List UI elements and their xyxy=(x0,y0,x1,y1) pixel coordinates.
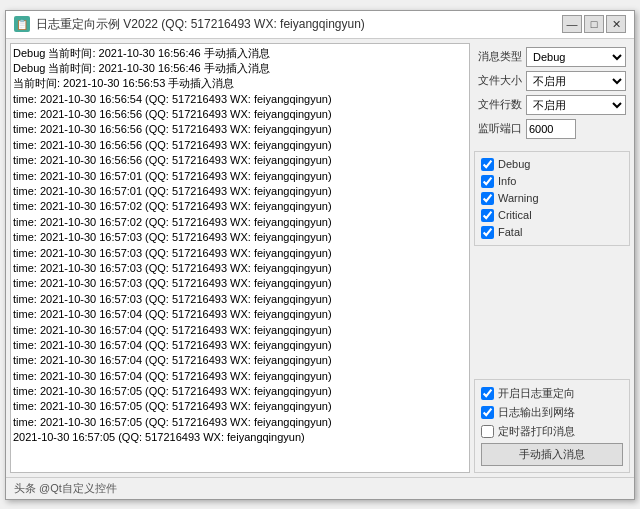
critical-checkbox-label: Critical xyxy=(498,209,532,221)
message-type-select[interactable]: Debug Info Warning Critical Fatal xyxy=(526,47,626,67)
title-bar-left: 📋 日志重定向示例 V2022 (QQ: 517216493 WX: feiya… xyxy=(14,16,365,33)
log-line: time: 2021-10-30 16:56:56 (QQ: 517216493… xyxy=(13,122,467,137)
warning-checkbox-label: Warning xyxy=(498,192,539,204)
footer-text: 头条 @Qt自定义控件 xyxy=(14,481,117,496)
file-lines-row: 文件行数 不启用 xyxy=(478,95,626,115)
file-size-select[interactable]: 不启用 xyxy=(526,71,626,91)
log-line: time: 2021-10-30 16:57:04 (QQ: 517216493… xyxy=(13,307,467,322)
info-checkbox[interactable] xyxy=(481,175,494,188)
warning-checkbox-row: Warning xyxy=(481,192,623,205)
redirect-label: 开启日志重定向 xyxy=(498,386,575,401)
monitor-port-label: 监听端口 xyxy=(478,121,522,136)
log-line: time: 2021-10-30 16:56:56 (QQ: 517216493… xyxy=(13,138,467,153)
log-line: 当前时间: 2021-10-30 16:56:53 手动插入消息 xyxy=(13,76,467,91)
app-icon: 📋 xyxy=(14,16,30,32)
log-line: time: 2021-10-30 16:56:56 (QQ: 517216493… xyxy=(13,107,467,122)
critical-checkbox-row: Critical xyxy=(481,209,623,222)
footer-bar: 头条 @Qt自定义控件 xyxy=(6,477,634,499)
log-line: time: 2021-10-30 16:57:01 (QQ: 517216493… xyxy=(13,169,467,184)
monitor-port-input[interactable] xyxy=(526,119,576,139)
network-checkbox[interactable] xyxy=(481,406,494,419)
log-line: time: 2021-10-30 16:57:01 (QQ: 517216493… xyxy=(13,184,467,199)
message-type-row: 消息类型 Debug Info Warning Critical Fatal xyxy=(478,47,626,67)
critical-checkbox[interactable] xyxy=(481,209,494,222)
log-level-checkboxes: Debug Info Warning Critical Fatal xyxy=(474,151,630,246)
monitor-port-row: 监听端口 xyxy=(478,119,626,139)
timer-label: 定时器打印消息 xyxy=(498,424,575,439)
debug-checkbox[interactable] xyxy=(481,158,494,171)
manual-insert-button[interactable]: 手动插入消息 xyxy=(481,443,623,466)
window-title: 日志重定向示例 V2022 (QQ: 517216493 WX: feiyang… xyxy=(36,16,365,33)
fatal-checkbox[interactable] xyxy=(481,226,494,239)
log-line: time: 2021-10-30 16:56:56 (QQ: 517216493… xyxy=(13,153,467,168)
log-line: Debug 当前时间: 2021-10-30 16:56:46 手动插入消息 xyxy=(13,61,467,76)
log-line: time: 2021-10-30 16:57:02 (QQ: 517216493… xyxy=(13,215,467,230)
file-lines-label: 文件行数 xyxy=(478,97,522,112)
close-button[interactable]: ✕ xyxy=(606,15,626,33)
config-section: 消息类型 Debug Info Warning Critical Fatal 文… xyxy=(474,43,630,147)
log-line: 2021-10-30 16:57:05 (QQ: 517216493 WX: f… xyxy=(13,430,467,445)
log-line: time: 2021-10-30 16:57:05 (QQ: 517216493… xyxy=(13,384,467,399)
fatal-checkbox-label: Fatal xyxy=(498,226,522,238)
debug-checkbox-label: Debug xyxy=(498,158,530,170)
log-line: time: 2021-10-30 16:57:03 (QQ: 517216493… xyxy=(13,230,467,245)
fatal-checkbox-row: Fatal xyxy=(481,226,623,239)
options-section: 开启日志重定向 日志输出到网络 定时器打印消息 手动插入消息 xyxy=(474,379,630,473)
content-area: Debug 当前时间: 2021-10-30 16:56:46 手动插入消息De… xyxy=(6,39,634,477)
message-type-label: 消息类型 xyxy=(478,49,522,64)
warning-checkbox[interactable] xyxy=(481,192,494,205)
network-label: 日志输出到网络 xyxy=(498,405,575,420)
log-line: time: 2021-10-30 16:57:05 (QQ: 517216493… xyxy=(13,399,467,414)
info-checkbox-label: Info xyxy=(498,175,516,187)
log-line: time: 2021-10-30 16:57:05 (QQ: 517216493… xyxy=(13,415,467,430)
log-panel[interactable]: Debug 当前时间: 2021-10-30 16:56:46 手动插入消息De… xyxy=(10,43,470,473)
log-line: time: 2021-10-30 16:57:02 (QQ: 517216493… xyxy=(13,199,467,214)
redirect-checkbox-row: 开启日志重定向 xyxy=(481,386,623,401)
maximize-button[interactable]: □ xyxy=(584,15,604,33)
timer-checkbox[interactable] xyxy=(481,425,494,438)
title-buttons: — □ ✕ xyxy=(562,15,626,33)
log-line: time: 2021-10-30 16:57:04 (QQ: 517216493… xyxy=(13,353,467,368)
right-panel: 消息类型 Debug Info Warning Critical Fatal 文… xyxy=(474,39,634,477)
log-line: time: 2021-10-30 16:57:03 (QQ: 517216493… xyxy=(13,276,467,291)
main-window: 📋 日志重定向示例 V2022 (QQ: 517216493 WX: feiya… xyxy=(5,10,635,500)
network-checkbox-row: 日志输出到网络 xyxy=(481,405,623,420)
debug-checkbox-row: Debug xyxy=(481,158,623,171)
log-line: Debug 当前时间: 2021-10-30 16:56:46 手动插入消息 xyxy=(13,46,467,61)
log-line: time: 2021-10-30 16:57:03 (QQ: 517216493… xyxy=(13,261,467,276)
file-lines-select[interactable]: 不启用 xyxy=(526,95,626,115)
log-line: time: 2021-10-30 16:57:04 (QQ: 517216493… xyxy=(13,338,467,353)
log-line: time: 2021-10-30 16:57:04 (QQ: 517216493… xyxy=(13,369,467,384)
file-size-label: 文件大小 xyxy=(478,73,522,88)
timer-checkbox-row: 定时器打印消息 xyxy=(481,424,623,439)
minimize-button[interactable]: — xyxy=(562,15,582,33)
log-line: time: 2021-10-30 16:57:03 (QQ: 517216493… xyxy=(13,246,467,261)
log-line: time: 2021-10-30 16:57:03 (QQ: 517216493… xyxy=(13,292,467,307)
log-line: time: 2021-10-30 16:56:54 (QQ: 517216493… xyxy=(13,92,467,107)
title-bar: 📋 日志重定向示例 V2022 (QQ: 517216493 WX: feiya… xyxy=(6,11,634,39)
file-size-row: 文件大小 不启用 xyxy=(478,71,626,91)
redirect-checkbox[interactable] xyxy=(481,387,494,400)
info-checkbox-row: Info xyxy=(481,175,623,188)
log-line: time: 2021-10-30 16:57:04 (QQ: 517216493… xyxy=(13,323,467,338)
